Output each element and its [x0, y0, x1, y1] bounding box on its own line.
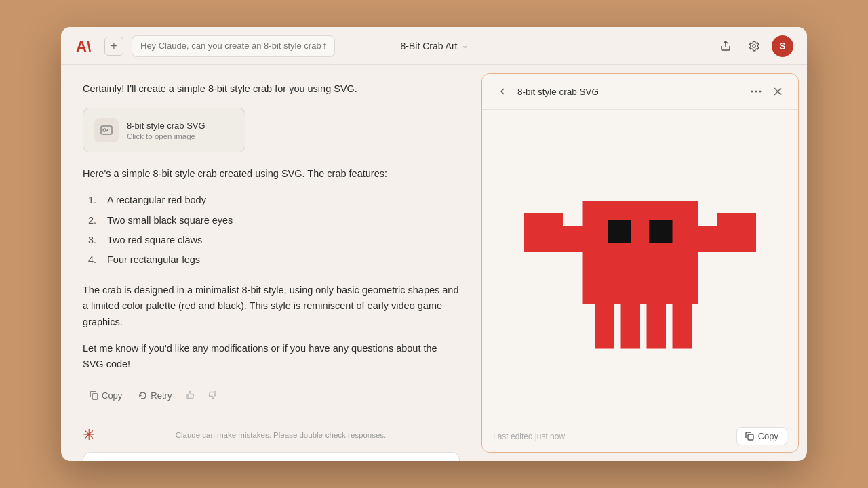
description-text: Here's a simple 8-bit style crab created…	[83, 166, 460, 182]
artifact-copy-label: Copy	[758, 431, 778, 441]
disclaimer-text: Claude can make mistakes. Please double-…	[102, 431, 460, 439]
svg-rect-14	[608, 220, 631, 243]
intro-message: Certainly! I'll create a simple 8-bit st…	[83, 81, 460, 97]
svg-point-4	[751, 91, 753, 93]
main-content: Certainly! I'll create a simple 8-bit st…	[61, 65, 807, 461]
svg-point-2	[103, 129, 106, 131]
svg-rect-3	[92, 394, 98, 399]
artifact-content	[482, 110, 798, 420]
chevron-down-icon: ⌄	[462, 41, 468, 50]
header-center[interactable]: 8-Bit Crab Art ⌄	[400, 41, 467, 52]
style-paragraph: The crab is designed in a minimalist 8-b…	[83, 283, 460, 330]
new-chat-label: +	[111, 40, 117, 52]
retry-label: Retry	[151, 390, 172, 401]
list-item: 4. Four rectangular legs	[88, 252, 460, 268]
artifact-card-title: 8-bit style crab SVG	[127, 121, 205, 131]
artifact-back-button[interactable]	[493, 82, 512, 101]
retry-button[interactable]: Retry	[132, 387, 178, 404]
header: A\ + 8-Bit Crab Art ⌄	[61, 27, 807, 65]
search-input[interactable]	[132, 35, 335, 57]
features-list: 1. A rectangular red body 2. Two small b…	[83, 192, 460, 272]
thumb-up-button[interactable]	[181, 386, 200, 405]
crab-image	[511, 136, 769, 394]
chat-footer: ✳ Claude can make mistakes. Please doubl…	[83, 421, 460, 461]
anthropic-logo: A\	[75, 35, 96, 57]
svg-rect-13	[583, 201, 698, 304]
copy-button[interactable]: Copy	[83, 387, 129, 404]
message-actions: Copy Retry	[83, 386, 460, 405]
svg-text:A\: A\	[76, 38, 91, 55]
list-item: 2. Two small black square eyes	[88, 213, 460, 228]
header-title: 8-Bit Crab Art	[400, 41, 457, 52]
svg-rect-19	[673, 304, 692, 349]
list-item: 1. A rectangular red body	[88, 192, 460, 208]
artifact-card[interactable]: 8-bit style crab SVG Click to open image	[83, 108, 245, 152]
claude-info: ✳ Claude can make mistakes. Please doubl…	[83, 426, 460, 444]
header-left: A\ +	[75, 35, 400, 57]
chat-panel: Certainly! I'll create a simple 8-bit st…	[61, 65, 481, 461]
artifact-card-subtitle: Click to open image	[127, 132, 205, 140]
artifact-header-actions	[747, 82, 787, 101]
svg-rect-17	[621, 304, 641, 349]
list-item: 3. Two red square claws	[88, 232, 460, 248]
avatar-initials: S	[779, 41, 785, 52]
artifact-more-button[interactable]	[747, 82, 766, 101]
settings-button[interactable]	[743, 35, 765, 57]
new-chat-button[interactable]: +	[104, 37, 123, 56]
svg-rect-16	[595, 304, 615, 349]
svg-rect-15	[649, 220, 672, 243]
artifact-card-icon	[94, 118, 119, 142]
artifact-panel: 8-bit style crab SVG	[481, 73, 799, 453]
artifact-footer: Last edited just now Copy	[482, 420, 798, 452]
svg-rect-18	[647, 304, 667, 349]
app-window: A\ + 8-Bit Crab Art ⌄	[61, 27, 807, 461]
svg-point-6	[760, 91, 762, 93]
artifact-card-info: 8-bit style crab SVG Click to open image	[127, 121, 205, 140]
closing-text: Let me know if you'd like any modificati…	[83, 341, 460, 372]
copy-label: Copy	[102, 390, 122, 401]
input-area	[83, 452, 460, 461]
thumb-down-button[interactable]	[203, 386, 222, 405]
artifact-panel-title: 8-bit style crab SVG	[517, 87, 747, 97]
header-right: S	[468, 35, 793, 57]
artifact-panel-header: 8-bit style crab SVG	[482, 74, 798, 110]
artifact-copy-button[interactable]: Copy	[736, 427, 787, 445]
claude-asterisk-icon: ✳	[83, 426, 95, 444]
last-edited-text: Last edited just now	[493, 432, 736, 441]
share-button[interactable]	[715, 35, 736, 57]
artifact-close-button[interactable]	[768, 82, 787, 101]
avatar[interactable]: S	[772, 35, 793, 57]
svg-point-5	[755, 91, 757, 93]
svg-rect-20	[748, 434, 753, 440]
